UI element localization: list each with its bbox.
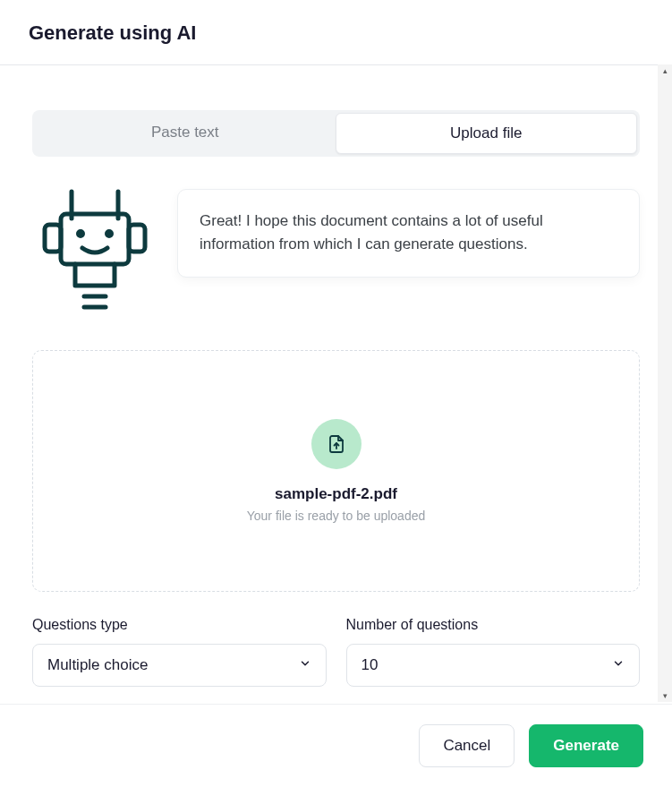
file-name: sample-pdf-2.pdf [51, 485, 621, 503]
modal-title: Generate using AI [29, 21, 643, 45]
form-row: Questions type Multiple choice Number of… [32, 617, 640, 687]
tabs-container: Paste text Upload file [32, 110, 640, 157]
cancel-button[interactable]: Cancel [419, 724, 515, 767]
number-questions-group: Number of questions 10 [346, 617, 641, 687]
svg-point-6 [107, 232, 112, 236]
chevron-down-icon [299, 656, 311, 674]
generate-button[interactable]: Generate [529, 724, 643, 767]
questions-type-value: Multiple choice [47, 656, 148, 674]
robot-icon [32, 189, 157, 318]
chevron-down-icon [612, 656, 625, 674]
assistant-row: Great! I hope this document contains a l… [32, 189, 640, 318]
scrollbar[interactable]: ▴ ▾ [658, 64, 672, 702]
questions-type-group: Questions type Multiple choice [32, 617, 327, 687]
svg-rect-2 [61, 214, 129, 264]
scroll-down-icon[interactable]: ▾ [663, 689, 668, 702]
modal-body: Paste text Upload file G [0, 65, 672, 704]
number-questions-select[interactable]: 10 [346, 644, 641, 687]
svg-point-5 [79, 232, 83, 236]
questions-type-label: Questions type [32, 617, 327, 633]
generate-ai-modal: Generate using AI Paste text Upload file [0, 0, 672, 787]
file-upload-icon [311, 419, 362, 469]
svg-rect-3 [45, 225, 61, 252]
number-questions-value: 10 [362, 656, 379, 674]
svg-rect-4 [129, 225, 145, 252]
tab-paste-text[interactable]: Paste text [35, 113, 336, 154]
number-questions-label: Number of questions [346, 617, 641, 633]
file-hint: Your file is ready to be uploaded [51, 509, 621, 523]
questions-type-select[interactable]: Multiple choice [32, 644, 327, 687]
assistant-message: Great! I hope this document contains a l… [177, 189, 640, 278]
tab-upload-file[interactable]: Upload file [336, 113, 638, 154]
scroll-up-icon[interactable]: ▴ [663, 64, 668, 77]
modal-header: Generate using AI [0, 0, 672, 65]
file-dropzone[interactable]: sample-pdf-2.pdf Your file is ready to b… [32, 350, 640, 592]
modal-footer: Cancel Generate [0, 704, 672, 787]
